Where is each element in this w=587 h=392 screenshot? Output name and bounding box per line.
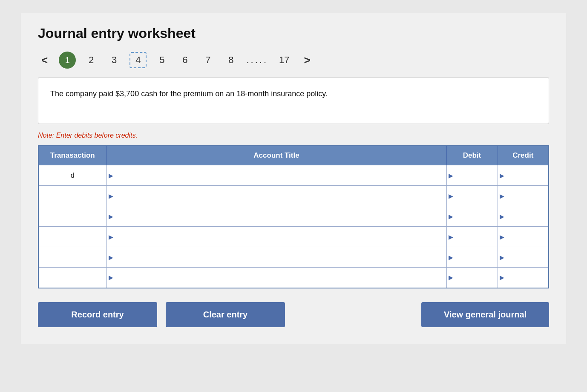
table-row: ▶▶▶ (38, 206, 549, 227)
transaction-cell-0[interactable]: d (38, 165, 106, 186)
prev-button[interactable]: < (38, 52, 51, 69)
buttons-row: Record entry Clear entry View general jo… (38, 302, 549, 327)
account-arrow-icon-4: ▶ (109, 254, 113, 261)
page-4[interactable]: 4 (129, 52, 147, 68)
view-journal-button[interactable]: View general journal (421, 302, 549, 327)
transaction-cell-3[interactable] (38, 227, 106, 247)
transaction-cell-4[interactable] (38, 247, 106, 268)
account-cell-0[interactable]: ▶ (106, 165, 446, 186)
page-7[interactable]: 7 (200, 53, 216, 67)
transaction-cell-1[interactable] (38, 186, 106, 206)
debit-cell-5[interactable]: ▶ (446, 268, 498, 288)
account-cell-4[interactable]: ▶ (106, 247, 446, 268)
credit-arrow-icon-0: ▶ (500, 172, 504, 179)
credit-arrow-icon-1: ▶ (500, 193, 504, 199)
debit-arrow-icon-4: ▶ (449, 254, 453, 261)
table-row: ▶▶▶ (38, 227, 549, 247)
col-header-transaction: Tranasaction (38, 146, 106, 165)
journal-table: Tranasaction Account Title Debit Credit … (38, 145, 549, 288)
account-arrow-icon-5: ▶ (109, 274, 113, 281)
account-arrow-icon-0: ▶ (109, 172, 113, 179)
account-arrow-icon-3: ▶ (109, 233, 113, 240)
debit-arrow-icon-5: ▶ (449, 274, 453, 281)
debit-cell-1[interactable]: ▶ (446, 186, 498, 206)
col-header-credit: Credit (498, 146, 549, 165)
credit-cell-5[interactable]: ▶ (498, 268, 549, 288)
debit-cell-4[interactable]: ▶ (446, 247, 498, 268)
account-arrow-icon-1: ▶ (109, 193, 113, 199)
col-header-debit: Debit (446, 146, 498, 165)
debit-arrow-icon-3: ▶ (449, 233, 453, 240)
page-17[interactable]: 17 (276, 53, 293, 67)
description-text: The company paid $3,700 cash for the pre… (50, 89, 328, 98)
debit-arrow-icon-1: ▶ (449, 193, 453, 199)
col-header-account: Account Title (106, 146, 446, 165)
page-2[interactable]: 2 (83, 53, 99, 67)
transaction-cell-5[interactable] (38, 268, 106, 288)
account-arrow-icon-2: ▶ (109, 213, 113, 220)
pagination-ellipsis: ..... (246, 55, 268, 66)
table-row: d▶▶▶ (38, 165, 549, 186)
debit-arrow-icon-2: ▶ (449, 213, 453, 220)
account-cell-1[interactable]: ▶ (106, 186, 446, 206)
account-cell-3[interactable]: ▶ (106, 227, 446, 247)
credit-arrow-icon-4: ▶ (500, 254, 504, 261)
credit-cell-3[interactable]: ▶ (498, 227, 549, 247)
worksheet-container: Journal entry worksheet < 1 2 3 4 5 6 7 … (21, 13, 566, 344)
credit-cell-0[interactable]: ▶ (498, 165, 549, 186)
description-box: The company paid $3,700 cash for the pre… (38, 77, 549, 124)
table-row: ▶▶▶ (38, 186, 549, 206)
credit-arrow-icon-2: ▶ (500, 213, 504, 220)
credit-cell-1[interactable]: ▶ (498, 186, 549, 206)
transaction-cell-2[interactable] (38, 206, 106, 227)
account-cell-5[interactable]: ▶ (106, 268, 446, 288)
table-row: ▶▶▶ (38, 268, 549, 288)
table-row: ▶▶▶ (38, 247, 549, 268)
credit-arrow-icon-3: ▶ (500, 233, 504, 240)
note-text: Note: Enter debits before credits. (38, 132, 549, 139)
pagination: < 1 2 3 4 5 6 7 8 ..... 17 > (38, 52, 549, 69)
page-8[interactable]: 8 (223, 53, 239, 67)
page-title: Journal entry worksheet (38, 26, 549, 41)
clear-entry-button[interactable]: Clear entry (166, 302, 285, 327)
record-entry-button[interactable]: Record entry (38, 302, 157, 327)
credit-cell-4[interactable]: ▶ (498, 247, 549, 268)
page-5[interactable]: 5 (154, 53, 170, 67)
credit-arrow-icon-5: ▶ (500, 274, 504, 281)
page-6[interactable]: 6 (177, 53, 193, 67)
debit-cell-3[interactable]: ▶ (446, 227, 498, 247)
debit-cell-0[interactable]: ▶ (446, 165, 498, 186)
debit-arrow-icon-0: ▶ (449, 172, 453, 179)
debit-cell-2[interactable]: ▶ (446, 206, 498, 227)
next-button[interactable]: > (300, 52, 314, 69)
credit-cell-2[interactable]: ▶ (498, 206, 549, 227)
page-3[interactable]: 3 (106, 53, 122, 67)
account-cell-2[interactable]: ▶ (106, 206, 446, 227)
page-1[interactable]: 1 (59, 52, 76, 69)
